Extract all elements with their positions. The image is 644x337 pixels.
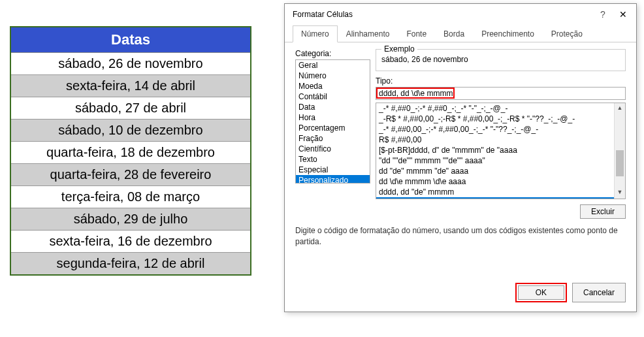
category-item-personalizado[interactable]: Personalizado (296, 175, 370, 184)
tab-alinhamento[interactable]: Alinhamento (338, 25, 398, 42)
format-item[interactable]: "dd ""de"" mmmm ""de"" aaaa" (376, 155, 614, 166)
format-item[interactable]: dd \d\e mmmm \d\e aaaa (376, 176, 614, 187)
table-header-cell: Datas (11, 27, 250, 53)
ok-button[interactable]: OK (518, 285, 564, 300)
dialog-tabs: Número Alinhamento Fonte Borda Preenchim… (285, 25, 636, 42)
category-item-texto[interactable]: Texto (296, 154, 370, 165)
scroll-thumb[interactable] (616, 150, 624, 176)
category-item-geral[interactable]: Geral (296, 60, 370, 71)
category-item-moeda[interactable]: Moeda (296, 81, 370, 91)
table-row: sábado, 26 de novembro (11, 53, 250, 75)
format-list[interactable]: _-* #,##0_-;-* #,##0_-;_-* "-"_-;_-@_- _… (376, 103, 626, 199)
category-item-data[interactable]: Data (296, 102, 370, 112)
format-item[interactable]: dd "de" mmmm "de" aaaa (376, 166, 614, 176)
exemplo-label: Exemplo (381, 44, 417, 54)
category-item-fracao[interactable]: Fração (296, 133, 370, 144)
category-item-cientifico[interactable]: Científico (296, 144, 370, 154)
cancel-button[interactable]: Cancelar (572, 283, 626, 302)
category-item-porcentagem[interactable]: Porcentagem (296, 123, 370, 133)
format-item[interactable]: [$-pt-BR]dddd, d" de "mmmm" de "aaaa (376, 145, 614, 155)
category-item-especial[interactable]: Especial (296, 165, 370, 175)
format-item[interactable]: _-* #,##0_-;-* #,##0_-;_-* "-"_-;_-@_- (376, 103, 614, 114)
format-item-selected[interactable]: dddd, dd \d\e mmmm (376, 197, 614, 199)
dialog-title: Formatar Células (293, 10, 593, 19)
scroll-down-icon[interactable]: ▼ (615, 187, 625, 199)
format-item[interactable]: dddd, dd "de" mmmm (376, 187, 614, 197)
table-row: quarta-feira, 28 de fevereiro (11, 164, 250, 186)
dialog-titlebar: Formatar Células ? ✕ (285, 4, 636, 25)
table-row: sexta-feira, 16 de dezembro (11, 231, 250, 253)
table-row: segunda-feira, 12 de abril (11, 253, 250, 274)
format-item[interactable]: _-R$ * #,##0,00_-;-R$ * #,##0,00_-;_-R$ … (376, 114, 614, 124)
helper-text: Digite o código de formatação do número,… (295, 225, 626, 248)
tipo-label: Tipo: (376, 76, 626, 86)
table-row: sábado, 29 de julho (11, 208, 250, 231)
excluir-button[interactable]: Excluir (580, 204, 626, 219)
scroll-up-icon[interactable]: ▲ (615, 103, 625, 114)
exemplo-fieldset: Exemplo sábado, 26 de novembro (376, 49, 626, 71)
table-row: quarta-feira, 18 de dezembro (11, 142, 250, 164)
format-item[interactable]: R$ #,##0,00 (376, 135, 614, 145)
category-item-hora[interactable]: Hora (296, 112, 370, 123)
highlight-ok-box: OK (515, 283, 567, 302)
table-row: sexta-feira, 14 de abril (11, 75, 250, 97)
tab-fonte[interactable]: Fonte (398, 25, 435, 42)
exemplo-value: sábado, 26 de novembro (381, 55, 620, 64)
tipo-input[interactable] (376, 87, 626, 100)
format-list-scrollbar[interactable]: ▲ ▼ (614, 103, 625, 199)
category-listbox[interactable]: Geral Número Moeda Contábil Data Hora Po… (295, 59, 370, 184)
table-row: sábado, 27 de abril (11, 97, 250, 120)
scroll-track[interactable] (615, 114, 625, 187)
format-cells-dialog: Formatar Células ? ✕ Número Alinhamento … (284, 3, 637, 312)
categoria-label: Categoria: (295, 49, 370, 58)
tab-borda[interactable]: Borda (435, 25, 473, 42)
category-item-contabil[interactable]: Contábil (296, 91, 370, 102)
tab-numero[interactable]: Número (293, 25, 338, 42)
table-row: sábado, 10 de dezembro (11, 120, 250, 142)
category-item-numero[interactable]: Número (296, 71, 370, 81)
close-button[interactable]: ✕ (613, 8, 632, 21)
dates-table: Datas sábado, 26 de novembro sexta-feira… (10, 26, 251, 276)
tab-protecao[interactable]: Proteção (543, 25, 591, 42)
help-button[interactable]: ? (593, 8, 613, 21)
table-row: terça-feira, 08 de março (11, 186, 250, 208)
format-item[interactable]: _-* #,##0,00_-;-* #,##0,00_-;_-* "-"??_-… (376, 124, 614, 135)
tab-preenchimento[interactable]: Preenchimento (473, 25, 543, 42)
